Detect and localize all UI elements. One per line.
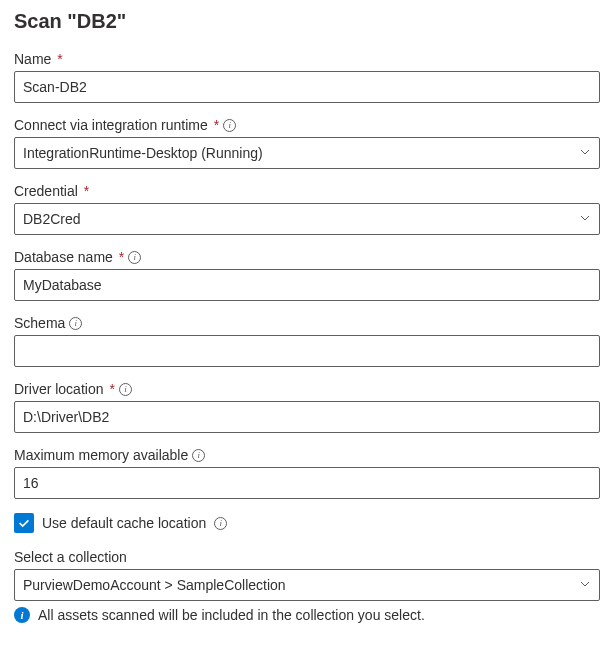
info-icon[interactable]: i [223,119,236,132]
select-value: PurviewDemoAccount > SampleCollection [23,577,286,593]
memory-label: Maximum memory available i [14,447,600,463]
driver-input[interactable] [14,401,600,433]
hint-text: All assets scanned will be included in t… [38,607,425,623]
name-label: Name* [14,51,600,67]
info-icon[interactable]: i [119,383,132,396]
label-text: Select a collection [14,549,127,565]
field-cache: Use default cache location i [14,513,600,533]
name-input[interactable] [14,71,600,103]
label-text: Maximum memory available [14,447,188,463]
chevron-down-icon [579,577,591,593]
credential-select[interactable]: DB2Cred [14,203,600,235]
database-input[interactable] [14,269,600,301]
info-icon[interactable]: i [69,317,82,330]
cache-checkbox[interactable] [14,513,34,533]
field-collection: Select a collection PurviewDemoAccount >… [14,549,600,623]
field-name: Name* [14,51,600,103]
page-title: Scan "DB2" [14,10,600,33]
field-driver: Driver location* i [14,381,600,433]
required-asterisk: * [57,51,62,67]
label-text: Schema [14,315,65,331]
required-asterisk: * [119,249,124,265]
field-credential: Credential* DB2Cred [14,183,600,235]
collection-hint: i All assets scanned will be included in… [14,607,600,623]
info-icon[interactable]: i [214,517,227,530]
chevron-down-icon [579,145,591,161]
label-text: Connect via integration runtime [14,117,208,133]
field-schema: Schema i [14,315,600,367]
collection-label: Select a collection [14,549,600,565]
collection-select[interactable]: PurviewDemoAccount > SampleCollection [14,569,600,601]
runtime-select[interactable]: IntegrationRuntime-Desktop (Running) [14,137,600,169]
label-text: Credential [14,183,78,199]
required-asterisk: * [214,117,219,133]
chevron-down-icon [579,211,591,227]
driver-label: Driver location* i [14,381,600,397]
cache-label: Use default cache location [42,515,206,531]
select-value: IntegrationRuntime-Desktop (Running) [23,145,263,161]
info-icon[interactable]: i [128,251,141,264]
memory-input[interactable] [14,467,600,499]
field-memory: Maximum memory available i [14,447,600,499]
schema-label: Schema i [14,315,600,331]
schema-input[interactable] [14,335,600,367]
runtime-label: Connect via integration runtime* i [14,117,600,133]
label-text: Database name [14,249,113,265]
field-runtime: Connect via integration runtime* i Integ… [14,117,600,169]
label-text: Driver location [14,381,103,397]
database-label: Database name* i [14,249,600,265]
credential-label: Credential* [14,183,600,199]
required-asterisk: * [84,183,89,199]
required-asterisk: * [109,381,114,397]
info-icon[interactable]: i [192,449,205,462]
info-badge-icon: i [14,607,30,623]
label-text: Name [14,51,51,67]
field-database: Database name* i [14,249,600,301]
select-value: DB2Cred [23,211,81,227]
